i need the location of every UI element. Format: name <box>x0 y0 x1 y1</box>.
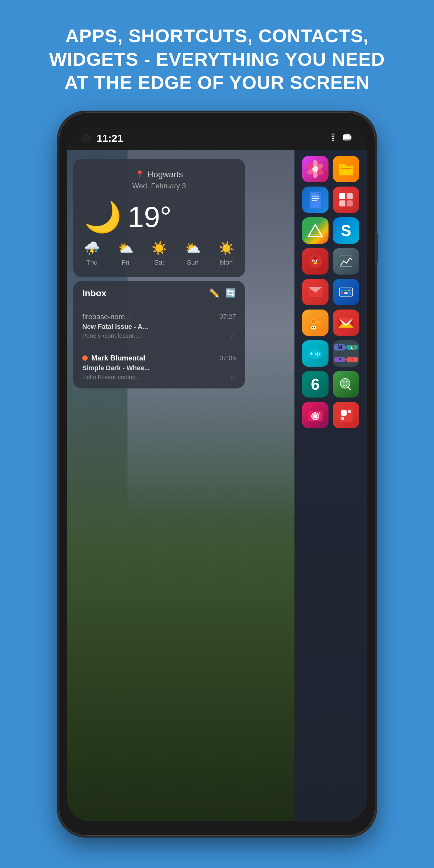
star-icon-2[interactable]: ☆ <box>229 373 236 381</box>
app-gdrive[interactable] <box>302 217 329 244</box>
email-row-2: Mark Blumental 07:05 <box>82 354 236 362</box>
app-flipboard-bottom[interactable] <box>333 402 359 428</box>
app-camera[interactable] <box>302 402 329 428</box>
svg-rect-36 <box>344 290 347 291</box>
svg-point-71 <box>318 412 320 414</box>
headline: APPS, SHORTCUTS, CONTACTS, WIDGETS - EVE… <box>0 0 434 113</box>
app-key[interactable] <box>302 310 329 336</box>
email-item-1[interactable]: firebase-nore... 07:27 New Fatal Issue -… <box>73 306 245 347</box>
email-preview-text-2: Hello Fossor coding... <box>82 374 141 381</box>
forecast-sat: ☀️ Sat <box>151 241 167 267</box>
svg-point-29 <box>313 262 317 264</box>
compose-icon[interactable]: ✏️ <box>209 288 219 298</box>
location-pin-icon: 📍 <box>135 170 144 179</box>
weather-location-row: 📍 Hogwarts <box>84 170 234 179</box>
svg-rect-19 <box>339 200 345 207</box>
svg-rect-30 <box>340 256 352 267</box>
svg-point-42 <box>312 320 315 323</box>
app-row-8: 6 <box>302 371 359 398</box>
forecast-thu-label: Thu <box>86 258 98 267</box>
app-angry-birds[interactable] <box>302 248 329 275</box>
star-icon-1[interactable]: ☆ <box>229 332 236 340</box>
side-button <box>375 233 378 263</box>
email-subject-1: New Fatal Issue - A... <box>82 323 236 331</box>
email-sender-1: firebase-nore... <box>82 313 179 321</box>
forecast-mon-label: Mon <box>220 258 233 267</box>
svg-rect-17 <box>339 193 345 199</box>
app-google-docs[interactable] <box>302 187 329 213</box>
app-folder[interactable] <box>333 156 359 182</box>
app-stock-events[interactable] <box>333 248 359 275</box>
app-gboard[interactable] <box>333 279 359 305</box>
forecast-sun-label: Sun <box>187 258 198 267</box>
wifi-icon <box>328 133 338 144</box>
email-row-1: firebase-nore... 07:27 <box>82 313 236 321</box>
inbox-widget[interactable]: Inbox ✏️ 🔄 firebase-nore... 07:27 New Fa… <box>73 281 245 389</box>
app-multi-avatar[interactable]: M 🐧 P T <box>333 340 359 367</box>
svg-rect-44 <box>319 322 320 325</box>
svg-rect-73 <box>341 410 347 415</box>
status-left: 11:21 <box>82 132 123 144</box>
weather-main: 🌙 19° <box>84 199 234 235</box>
svg-rect-45 <box>316 322 318 324</box>
email-preview-text-1: Panels •com.fossor.... <box>82 333 141 339</box>
forecast-sat-label: Sat <box>154 258 164 267</box>
app-blossom[interactable] <box>302 156 329 182</box>
svg-rect-35 <box>341 290 343 291</box>
svg-point-60 <box>315 353 317 355</box>
svg-point-57 <box>317 352 318 353</box>
svg-rect-39 <box>344 292 348 294</box>
svg-point-58 <box>319 353 320 355</box>
forecast-mon-icon: ☀️ <box>218 241 234 255</box>
svg-point-64 <box>344 382 344 383</box>
email-time-2: 07:05 <box>219 354 236 362</box>
svg-rect-75 <box>341 417 344 420</box>
app-search-monster[interactable] <box>333 371 359 398</box>
weather-location-text: Hogwarts <box>147 170 183 179</box>
forecast-sun: ⛅ Sun <box>185 241 201 267</box>
app-gamepad[interactable] <box>302 340 329 367</box>
svg-rect-70 <box>313 409 318 412</box>
app-row-6 <box>302 310 359 336</box>
svg-marker-22 <box>309 224 321 235</box>
svg-rect-18 <box>347 193 352 199</box>
svg-point-0 <box>333 140 334 141</box>
email-preview-row-2: Hello Fossor coding... ☆ <box>82 373 236 381</box>
app-row-5 <box>302 279 359 305</box>
svg-rect-14 <box>312 195 319 196</box>
app-row-3: S <box>302 217 359 244</box>
app-six[interactable]: 6 <box>302 371 329 398</box>
app-skype[interactable]: S <box>333 217 359 244</box>
inbox-actions: ✏️ 🔄 <box>209 288 236 298</box>
app-panel: S <box>294 150 367 821</box>
svg-rect-16 <box>312 200 317 201</box>
svg-rect-40 <box>349 292 351 294</box>
svg-point-69 <box>313 414 317 418</box>
svg-rect-2 <box>344 135 350 140</box>
app-email[interactable] <box>302 279 329 305</box>
inbox-title: Inbox <box>82 288 106 299</box>
app-flipboard[interactable] <box>333 187 359 213</box>
status-time: 11:21 <box>97 132 123 144</box>
status-right <box>328 133 352 144</box>
weather-widget[interactable]: 📍 Hogwarts Wed, February 3 🌙 19° ⛈️ Thu … <box>73 159 245 277</box>
unread-dot <box>82 355 88 361</box>
email-item-2[interactable]: Mark Blumental 07:05 Simple Dark - Whee.… <box>73 347 245 389</box>
forecast-fri-label: Fri <box>122 258 130 267</box>
widget-panel: 📍 Hogwarts Wed, February 3 🌙 19° ⛈️ Thu … <box>67 150 251 821</box>
app-row-2 <box>302 187 359 213</box>
refresh-icon[interactable]: 🔄 <box>225 288 236 298</box>
svg-rect-74 <box>348 410 351 413</box>
svg-point-11 <box>312 166 318 172</box>
svg-rect-15 <box>312 198 319 199</box>
email-preview-row-1: Panels •com.fossor.... ☆ <box>82 332 236 340</box>
svg-rect-38 <box>341 292 343 294</box>
email-sender-row-2: Mark Blumental <box>82 354 145 362</box>
app-row-4 <box>302 248 359 275</box>
phone-wrapper: 11:21 <box>59 113 375 836</box>
forecast-fri-icon: ⛅ <box>118 241 133 255</box>
svg-point-65 <box>347 382 347 383</box>
svg-rect-37 <box>348 290 350 291</box>
app-gmail[interactable] <box>333 310 359 336</box>
svg-rect-20 <box>347 200 352 207</box>
